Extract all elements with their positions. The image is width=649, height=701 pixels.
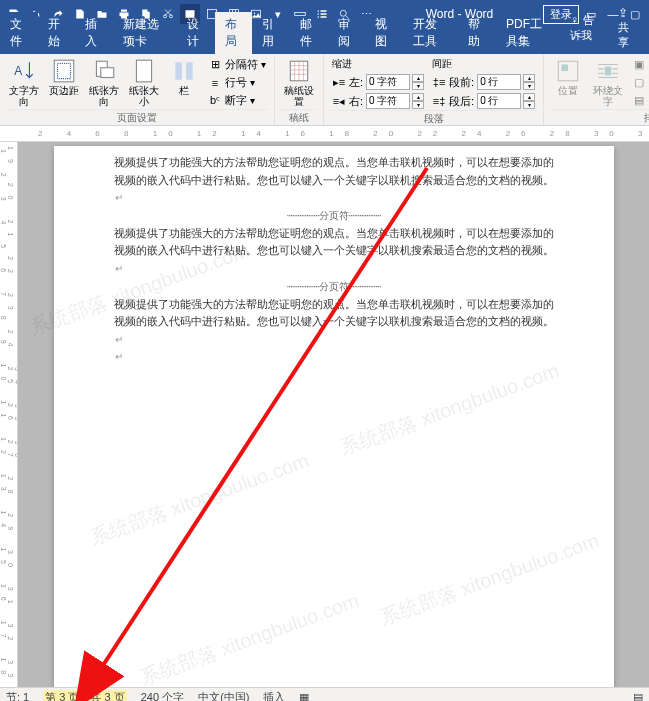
group-label-manuscript: 稿纸 (281, 109, 317, 126)
tab-newtab[interactable]: 新建选项卡 (113, 12, 177, 54)
indent-label: 缩进 (330, 56, 426, 72)
share-button[interactable]: ⇪ 共享 (608, 2, 649, 54)
spin-up-icon[interactable]: ▴ (412, 93, 424, 101)
svg-rect-16 (101, 68, 114, 78)
tab-developer[interactable]: 开发工具 (403, 12, 458, 54)
spacing-label: 间距 (430, 56, 537, 72)
size-icon (131, 58, 157, 84)
watermark: 系统部落 xitongbuluo.com (86, 447, 312, 551)
group-label-arrange: 排列 (550, 109, 649, 126)
tab-review[interactable]: 审阅 (328, 12, 366, 54)
spin-down-icon[interactable]: ▾ (412, 82, 424, 90)
status-word-count[interactable]: 240 个字 (141, 690, 184, 701)
spin-up-icon[interactable]: ▴ (523, 74, 535, 82)
size-button[interactable]: 纸张大小 (126, 56, 162, 109)
paragraph-text[interactable]: 视频提供了功能强大的方法帮助您证明您的观点。当您单击联机视频时，可以在想要添加的 (114, 225, 554, 243)
columns-icon (171, 58, 197, 84)
tab-help[interactable]: 帮助 (458, 12, 496, 54)
manuscript-button[interactable]: 稿纸设置 (281, 56, 317, 109)
paragraph-text[interactable]: 视频提供了功能强大的方法帮助您证明您的观点。当您单击联机视频时，可以在想要添加的 (114, 154, 554, 172)
spin-down-icon[interactable]: ▾ (412, 101, 424, 109)
svg-rect-18 (175, 62, 182, 79)
statusbar: 节: 1 第 3 页，共 3 页 240 个字 中文(中国) 插入 ▦ ▤ (0, 687, 649, 701)
wrap-button[interactable]: 环绕文字 (590, 56, 626, 109)
hyphenation-button[interactable]: bᶜ断字 ▾ (206, 92, 268, 109)
page-break: 分页符 (114, 209, 554, 223)
status-section[interactable]: 节: 1 (6, 690, 29, 701)
indent-right-field[interactable]: ≡◂右:▴▾ (330, 92, 426, 110)
tab-file[interactable]: 文件 (0, 12, 38, 54)
spin-down-icon[interactable]: ▾ (523, 82, 535, 90)
selection-pane-button[interactable]: ▤选择窗格 (630, 92, 649, 109)
paragraph-text[interactable]: 视频提供了功能强大的方法帮助您证明您的观点。当您单击联机视频时，可以在想要添加的 (114, 296, 554, 314)
vertical-ruler[interactable]: 1 2 3 4 5 6 7 8 9 10 11 12 13 14 15 16 1… (0, 142, 18, 687)
horizontal-ruler[interactable]: 2 4 6 8 10 12 14 16 18 20 22 24 26 28 30… (0, 126, 649, 142)
svg-rect-17 (136, 60, 151, 82)
send-backward-button[interactable]: ▢下移一层 ▾ (630, 74, 649, 91)
bring-forward-icon: ▣ (632, 58, 646, 72)
watermark: 系统部落 xitongbuluo.com (336, 357, 562, 461)
selection-pane-icon: ▤ (632, 94, 646, 108)
breaks-button[interactable]: ⊞分隔符 ▾ (206, 56, 268, 73)
view-readmode-icon[interactable]: ▤ (633, 691, 643, 701)
indent-left-field[interactable]: ▸≡左:▴▾ (330, 73, 426, 91)
position-icon (555, 58, 581, 84)
spin-up-icon[interactable]: ▴ (412, 74, 424, 82)
line-numbers-button[interactable]: ≡行号 ▾ (206, 74, 268, 91)
group-page-setup: A文字方向 页边距 纸张方向 纸张大小 栏 ⊞分隔符 ▾ ≡行号 ▾ bᶜ断字 … (0, 54, 275, 125)
tab-pdf[interactable]: PDF工具集 (496, 12, 560, 54)
svg-rect-22 (562, 65, 569, 72)
indent-left-icon: ▸≡ (332, 75, 346, 89)
tell-me[interactable]: ♀ 告诉我 (560, 9, 607, 47)
tab-view[interactable]: 视图 (365, 12, 403, 54)
indent-right-icon: ≡◂ (332, 94, 346, 108)
watermark: 系统部落 xitongbuluo.com (136, 587, 362, 687)
tab-layout[interactable]: 布局 (215, 12, 253, 54)
macro-icon[interactable]: ▦ (299, 691, 309, 701)
bring-forward-button[interactable]: ▣上移一层 ▾ (630, 56, 649, 73)
tab-insert[interactable]: 插入 (75, 12, 113, 54)
group-paragraph: 缩进 ▸≡左:▴▾ ≡◂右:▴▾ 间距 ‡≡段前:▴▾ ≡‡段后:▴▾ 段落 (324, 54, 544, 125)
page[interactable]: 视频提供了功能强大的方法帮助您证明您的观点。当您单击联机视频时，可以在想要添加的… (54, 146, 614, 687)
document-scroll[interactable]: 视频提供了功能强大的方法帮助您证明您的观点。当您单击联机视频时，可以在想要添加的… (18, 142, 649, 687)
spacing-before-field[interactable]: ‡≡段前:▴▾ (430, 73, 537, 91)
paragraph-text[interactable]: 视频的嵌入代码中进行粘贴。您也可以键入一个关键字以联机搜索最适合您的文档的视频。 (114, 242, 554, 277)
margins-button[interactable]: 页边距 (46, 56, 82, 98)
breaks-icon: ⊞ (208, 58, 222, 72)
tab-home[interactable]: 开始 (38, 12, 76, 54)
document-area: 1 2 3 4 5 6 7 8 9 10 11 12 13 14 15 16 1… (0, 142, 649, 687)
paragraph-text[interactable]: 视频的嵌入代码中进行粘贴。您也可以键入一个关键字以联机搜索最适合您的文档的视频。 (114, 313, 554, 348)
orientation-button[interactable]: 纸张方向 (86, 56, 122, 109)
ribbon-tabs: 文件 开始 插入 新建选项卡 设计 布局 引用 邮件 审阅 视图 开发工具 帮助… (0, 28, 649, 54)
send-backward-icon: ▢ (632, 76, 646, 90)
tab-design[interactable]: 设计 (177, 12, 215, 54)
spin-down-icon[interactable]: ▾ (523, 101, 535, 109)
paragraph-empty[interactable] (114, 348, 554, 366)
spacing-after-icon: ≡‡ (432, 94, 446, 108)
spin-up-icon[interactable]: ▴ (523, 93, 535, 101)
svg-text:A: A (14, 64, 22, 78)
paragraph-text[interactable]: 视频的嵌入代码中进行粘贴。您也可以键入一个关键字以联机搜索最适合您的文档的视频。 (114, 172, 554, 207)
tab-mail[interactable]: 邮件 (290, 12, 328, 54)
status-page[interactable]: 第 3 页，共 3 页 (43, 690, 126, 701)
spacing-after-input[interactable] (477, 93, 521, 109)
text-direction-button[interactable]: A文字方向 (6, 56, 42, 109)
status-language[interactable]: 中文(中国) (198, 690, 249, 701)
spacing-before-input[interactable] (477, 74, 521, 90)
wrap-icon (595, 58, 621, 84)
group-label-paragraph: 段落 (330, 110, 537, 127)
hyphen-icon: bᶜ (208, 94, 222, 108)
indent-left-input[interactable] (366, 74, 410, 90)
group-arrange: 位置 环绕文字 ▣上移一层 ▾ ▢下移一层 ▾ ▤选择窗格 ⊫对齐 ▾ 排列 (544, 54, 649, 125)
orientation-icon (91, 58, 117, 84)
tab-references[interactable]: 引用 (252, 12, 290, 54)
manuscript-icon (286, 58, 312, 84)
indent-right-input[interactable] (366, 93, 410, 109)
columns-button[interactable]: 栏 (166, 56, 202, 98)
svg-rect-23 (605, 67, 612, 76)
group-manuscript: 稿纸设置 稿纸 (275, 54, 324, 125)
position-button[interactable]: 位置 (550, 56, 586, 98)
spacing-after-field[interactable]: ≡‡段后:▴▾ (430, 92, 537, 110)
margins-icon (51, 58, 77, 84)
status-insert-mode[interactable]: 插入 (263, 690, 285, 701)
